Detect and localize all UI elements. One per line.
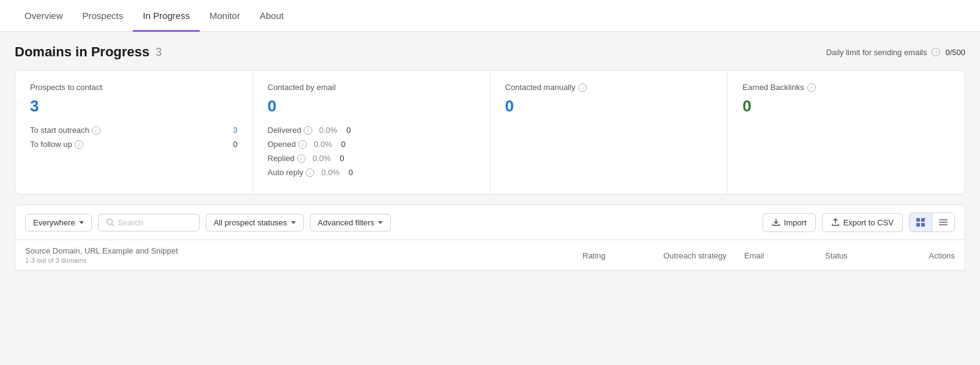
advanced-filters-dropdown[interactable]: Advanced filters [310,214,391,231]
page-content: Domains in Progress 3 Daily limit for se… [0,32,980,365]
svg-rect-8 [939,222,948,223]
svg-rect-5 [916,223,920,227]
delivered-num: 0 [341,126,351,135]
followup-value: 0 [233,140,238,149]
stats-section-prospects: Prospects to contact 3 To start outreach… [15,70,253,194]
delivered-info-icon: i [304,126,312,135]
stats-row-delivered: Delivered i 0.0% 0 [268,126,475,135]
rating-col-label: Rating [582,251,606,260]
daily-limit-info-icon: i [932,48,940,56]
nav-prospects-label: Prospects [83,10,124,21]
stats-label-prospects: Prospects to contact [30,83,238,92]
nav-about-label: About [260,10,284,21]
opened-info-icon: i [298,140,307,149]
table-main-col-sub: 1-3 out of 3 domains [25,257,575,264]
stats-row-autoreply: Auto reply i 0.0% 0 [268,168,475,177]
table-col-status: Status [825,250,899,260]
stats-section-backlinks: Earned Backlinks i 0 [728,70,965,194]
top-nav: Overview Prospects In Progress Monitor A… [0,0,980,32]
outreach-value: 3 [233,126,238,135]
stats-big-number-prospects: 3 [30,97,238,116]
page-count: 3 [156,46,162,59]
nav-in-progress-label: In Progress [143,10,190,21]
opened-num: 0 [336,140,345,149]
grid-view-button[interactable] [910,213,932,231]
status-col-label: Status [825,251,848,260]
list-view-button[interactable] [932,213,954,231]
table-col-main: Source Domain, URL Example and Snippet 1… [25,246,575,264]
search-input-wrap[interactable] [98,214,200,231]
stats-row-opened: Opened i 0.0% 0 [268,140,475,149]
export-label: Export to CSV [843,218,894,227]
table-col-rating: Rating [582,250,656,260]
actions-col-label: Actions [929,251,955,260]
stats-big-number-manual: 0 [505,97,713,116]
svg-rect-9 [939,224,948,225]
import-icon [772,218,780,227]
import-button[interactable]: Import [763,213,816,232]
table-main-col-label: Source Domain, URL Example and Snippet [25,246,575,255]
svg-rect-6 [921,223,925,227]
filter-bar: Everywhere All prospect statuses [15,205,965,240]
followup-info-icon: i [75,140,83,149]
status-label: All prospect statuses [214,218,287,227]
stats-row-replied: Replied i 0.0% 0 [268,154,475,163]
export-icon [831,218,840,227]
list-icon [938,217,948,227]
stats-card: Prospects to contact 3 To start outreach… [15,70,965,195]
view-toggle [909,213,955,232]
replied-num: 0 [334,154,344,163]
table-col-strategy: Outreach strategy [663,250,737,260]
svg-rect-3 [916,218,920,222]
stats-big-number-email: 0 [268,97,475,116]
nav-overview-label: Overview [24,10,63,21]
opened-pct: 0.0% [311,140,332,149]
stats-row-followup: To follow up i 0 [30,140,238,149]
stats-label-manual: Contacted manually i [505,83,713,92]
nav-about[interactable]: About [250,1,293,32]
export-button[interactable]: Export to CSV [822,213,903,232]
nav-monitor[interactable]: Monitor [200,1,250,32]
nav-overview[interactable]: Overview [15,1,73,32]
status-dropdown[interactable]: All prospect statuses [206,214,304,231]
page-title-row: Domains in Progress 3 [15,44,162,60]
advanced-filters-label: Advanced filters [318,218,375,227]
search-input[interactable] [118,218,192,227]
table-header: Source Domain, URL Example and Snippet 1… [15,240,965,271]
stats-label-backlinks: Earned Backlinks i [742,83,950,92]
outreach-info-icon: i [92,126,100,135]
daily-limit-value: 0/500 [945,48,965,57]
svg-line-2 [111,224,114,227]
grid-icon [916,217,925,227]
replied-pct: 0.0% [309,154,331,163]
stats-section-email: Contacted by email 0 Delivered i 0.0% 0 … [253,70,491,194]
table-col-actions: Actions [906,250,955,260]
svg-rect-7 [939,219,948,220]
import-label: Import [784,218,807,227]
location-label: Everywhere [33,218,75,227]
nav-monitor-label: Monitor [209,10,240,21]
daily-limit: Daily limit for sending emails i 0/500 [826,48,965,57]
email-col-label: Email [744,251,764,260]
strategy-col-label: Outreach strategy [663,251,726,260]
page-title: Domains in Progress [15,44,149,60]
page-header: Domains in Progress 3 Daily limit for se… [15,44,965,60]
daily-limit-label: Daily limit for sending emails [826,48,927,57]
svg-rect-4 [921,218,925,222]
advanced-chevron-icon [378,221,383,224]
autoreply-num: 0 [343,168,353,177]
stats-row-outreach: To start outreach i 3 [30,126,238,135]
delivered-pct: 0.0% [316,126,337,135]
autoreply-info-icon: i [306,168,314,177]
location-dropdown[interactable]: Everywhere [25,214,92,231]
status-chevron-icon [291,221,296,224]
table-col-email: Email [744,250,818,260]
stats-label-email: Contacted by email [268,83,475,92]
manual-info-icon: i [578,83,587,92]
replied-info-icon: i [297,154,306,163]
filter-table-section: Everywhere All prospect statuses [15,205,965,271]
stats-section-manual: Contacted manually i 0 [491,70,728,194]
backlinks-info-icon: i [807,83,816,92]
nav-prospects[interactable]: Prospects [73,1,134,32]
nav-in-progress[interactable]: In Progress [133,1,200,32]
